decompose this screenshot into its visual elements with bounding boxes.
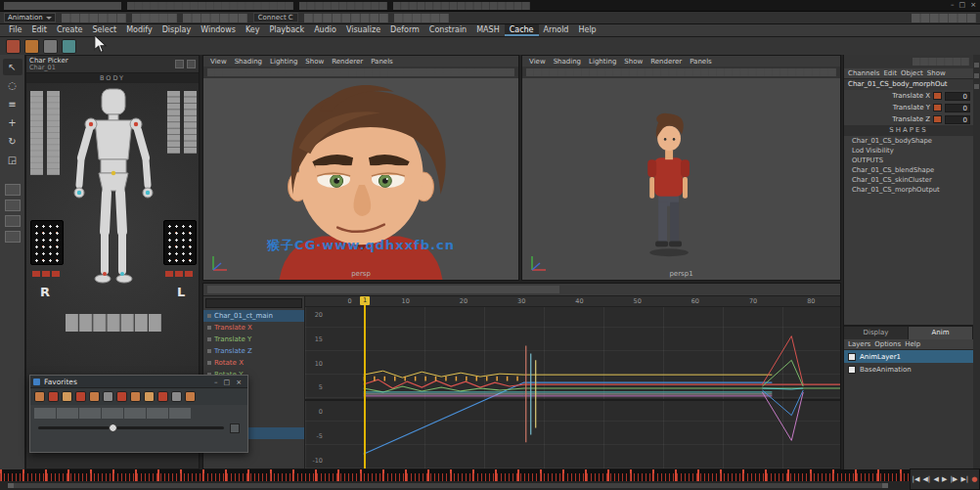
menu-item[interactable]: Deform — [385, 24, 424, 36]
tool-icon[interactable] — [48, 391, 59, 402]
channel-attr-row[interactable]: Translate Y 0 — [844, 102, 973, 113]
shelf-icon[interactable] — [62, 39, 76, 54]
menu-item[interactable]: Cache — [505, 24, 539, 36]
layout-button[interactable] — [5, 215, 21, 227]
layout-button[interactable] — [5, 231, 21, 243]
viewport-menu-item[interactable]: Panels — [368, 58, 396, 66]
shelf-icon[interactable] — [24, 39, 39, 54]
viewport-menu-item[interactable]: Show — [621, 58, 646, 66]
playback-button[interactable]: ◀| — [922, 475, 930, 483]
tool-button[interactable]: ↻ — [3, 133, 22, 150]
anim-layer-row[interactable]: AnimLayer1 — [844, 350, 973, 363]
tool-button[interactable]: ≡ — [3, 96, 22, 112]
channel-attr-row[interactable]: Translate X 0 — [844, 90, 973, 102]
search-input[interactable] — [205, 298, 302, 308]
shelf-icon[interactable] — [43, 39, 58, 54]
layer-menu-item[interactable]: Help — [905, 340, 920, 348]
viewport-menu-item[interactable]: Lighting — [586, 58, 619, 66]
layer-checkbox[interactable] — [848, 366, 856, 374]
tool-icon[interactable] — [62, 391, 72, 402]
shape-node-row[interactable]: Char_01_CS_bodyShape — [844, 136, 973, 146]
picker-buttons-right[interactable] — [167, 91, 197, 154]
render-icons[interactable] — [394, 14, 449, 22]
playhead[interactable]: 1 — [364, 296, 366, 468]
playback-button[interactable]: |◀ — [913, 475, 920, 483]
viewport-menu-item[interactable]: View — [207, 58, 230, 66]
menu-item[interactable]: Key — [241, 24, 265, 36]
tween-slider[interactable] — [38, 426, 224, 429]
viewport-canvas[interactable]: 猴子CG·www.qdhxxfb.cn persp — [203, 78, 518, 280]
picker-red-buttons-right[interactable] — [165, 271, 193, 279]
slider-option-button[interactable] — [230, 423, 240, 433]
range-handle-start[interactable] — [8, 483, 14, 488]
window-control-button[interactable]: × — [970, 0, 976, 11]
attr-value[interactable]: 0 — [945, 92, 970, 101]
channelbox-menu-item[interactable]: Edit — [883, 69, 897, 77]
layout-button[interactable] — [5, 184, 21, 196]
channelbox-menu-item[interactable]: Channels — [848, 69, 879, 77]
picker-face-board-right[interactable] — [163, 220, 197, 265]
layer-tab[interactable]: Anim — [909, 327, 973, 339]
tool-icon[interactable] — [144, 391, 155, 402]
picker-buttons-bottom[interactable] — [66, 314, 161, 332]
tool-icon[interactable] — [34, 391, 45, 402]
menu-item[interactable]: Edit — [26, 24, 52, 36]
range-bar[interactable] — [8, 483, 888, 488]
keyed-indicator[interactable] — [933, 104, 942, 111]
tool-button[interactable]: ↖ — [3, 59, 22, 75]
object-name[interactable]: Char_01_CS_body_morphOut — [844, 79, 973, 90]
selection-mask-icons[interactable] — [132, 14, 177, 22]
sidebar-toggle-icon[interactable] — [974, 73, 979, 78]
channel-row[interactable]: Rotate X — [203, 357, 304, 369]
sidebar-toggle-icon[interactable] — [974, 63, 979, 67]
menu-item[interactable]: Help — [573, 24, 601, 36]
playback-button[interactable]: ◀ — [933, 475, 938, 483]
anim-layer-row[interactable]: BaseAnimation — [844, 363, 973, 376]
picker-settings-icon[interactable] — [175, 60, 184, 68]
shape-node-row[interactable]: Char_01_CS_morphOutput — [844, 185, 973, 195]
viewport-menu-item[interactable]: Show — [302, 58, 327, 66]
titlebar-icons[interactable] — [127, 2, 293, 10]
menu-item[interactable]: Audio — [309, 24, 341, 36]
viewport-menu-item[interactable]: View — [526, 58, 549, 66]
window-control-button[interactable]: □ — [221, 379, 234, 386]
attr-value[interactable]: 0 — [945, 104, 970, 112]
playback-button[interactable]: ▶ — [942, 475, 947, 483]
titlebar-icons[interactable] — [4, 2, 121, 10]
sidebar-toggle-icon[interactable] — [974, 84, 979, 89]
shape-node-row[interactable]: Lod Visibility — [844, 146, 973, 156]
tool-button[interactable]: + — [3, 114, 22, 131]
viewport-canvas[interactable]: persp1 — [522, 78, 840, 280]
tool-button[interactable]: ◲ — [3, 152, 22, 168]
tool-buttons[interactable] — [34, 408, 191, 419]
channel-row[interactable]: Translate Y — [203, 334, 304, 345]
titlebar-icons[interactable] — [299, 2, 387, 10]
tool-icon[interactable] — [157, 391, 168, 402]
layer-menu-item[interactable]: Options — [874, 340, 901, 348]
tool-icon[interactable] — [116, 391, 127, 402]
channelbox-menu-item[interactable]: Object — [901, 69, 923, 77]
picker-character-rig[interactable] — [66, 83, 161, 318]
panel-toggle-icons[interactable] — [913, 58, 969, 67]
shape-node-row[interactable]: Char_01_CS_skinCluster — [844, 175, 973, 185]
tool-icon[interactable] — [171, 391, 182, 402]
menu-item[interactable]: Windows — [196, 24, 241, 36]
sidebar-toggle-icons[interactable] — [912, 14, 976, 22]
keyed-indicator[interactable] — [933, 115, 942, 123]
window-control-button[interactable]: × — [233, 379, 245, 386]
menu-item[interactable]: File — [4, 24, 26, 36]
floating-window-titlebar[interactable]: Favorites –□× — [30, 376, 247, 388]
window-control-button[interactable]: – — [951, 0, 955, 11]
tool-button[interactable]: ◌ — [3, 77, 22, 94]
snap-icons[interactable] — [183, 14, 247, 22]
picker-face-board-left[interactable] — [30, 220, 64, 265]
graph-canvas-area[interactable]: 01020304050607080 20151050-5-10 — [305, 296, 840, 468]
tool-icon[interactable] — [130, 391, 141, 402]
tool-icon[interactable] — [103, 391, 113, 402]
picker-buttons-left[interactable] — [30, 91, 60, 175]
range-handle-end[interactable] — [882, 483, 888, 488]
layout-button[interactable] — [5, 200, 21, 211]
menu-item[interactable]: Constrain — [424, 24, 471, 36]
keyed-indicator[interactable] — [933, 92, 942, 100]
channel-row[interactable]: Translate X — [203, 322, 304, 334]
